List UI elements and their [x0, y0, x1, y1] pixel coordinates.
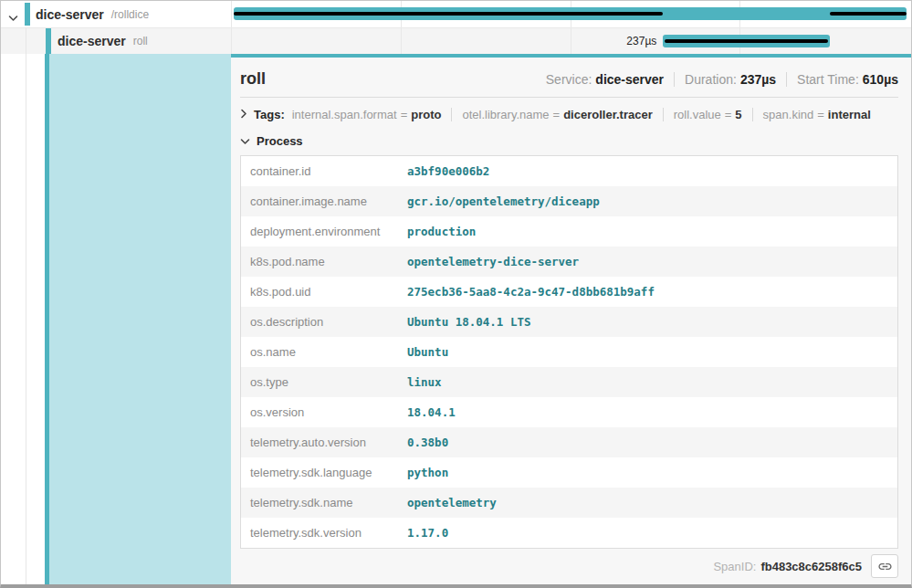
process-value: 18.04.1: [407, 405, 456, 419]
process-key: telemetry.sdk.name: [241, 496, 407, 509]
span-detail-header: roll Service:dice-server Duration:237µs …: [231, 58, 911, 97]
span-bar-roll[interactable]: [663, 35, 830, 47]
timeline-tick: [231, 28, 232, 54]
span-bar-rolldice[interactable]: [234, 7, 907, 20]
process-key: container.id: [241, 164, 407, 178]
spanid-label: SpanID:: [713, 560, 756, 573]
process-key: telemetry.auto.version: [241, 436, 407, 449]
copy-span-link-button[interactable]: [871, 554, 898, 578]
process-key: os.type: [241, 375, 407, 389]
process-value: opentelemetry-dice-server: [407, 255, 579, 268]
span-operation-name: roll: [133, 35, 148, 47]
table-row: telemetry.sdk.languagepython: [241, 457, 897, 488]
process-value: Ubuntu 18.04.1 LTS: [407, 315, 530, 329]
span-operation-name: /rolldice: [111, 8, 149, 21]
table-row: k8s.pod.uid275ecb36-5aa8-4c2a-9c47-d8bb6…: [241, 277, 897, 307]
bar-stripe: [665, 39, 828, 43]
span-tree-cell-rolldice[interactable]: dice-server /rolldice: [1, 1, 231, 27]
process-table: container.ida3bf90e006b2container.image.…: [240, 155, 898, 549]
process-value: 0.38b0: [407, 436, 448, 449]
tag-item: span.kind=internal: [752, 108, 881, 121]
process-key: os.version: [241, 405, 407, 419]
tag-summary-list: internal.span.format=protootel.library.n…: [292, 108, 881, 121]
link-icon: [877, 559, 893, 574]
process-key: telemetry.sdk.version: [241, 526, 407, 540]
span-timeline-cell: [231, 1, 909, 27]
process-value: opentelemetry: [407, 496, 497, 509]
tag-item: roll.value=5: [663, 108, 752, 121]
span-detail-footer: SpanID: fb483c8c6258f6c5: [231, 549, 911, 583]
trace-detail-page: dice-server /rolldice dice-server roll 2…: [0, 0, 912, 588]
bar-stripe: [830, 12, 907, 16]
table-row: telemetry.auto.version0.38b0: [241, 427, 897, 457]
process-key: k8s.pod.name: [241, 255, 407, 268]
tag-item: internal.span.format=proto: [292, 108, 452, 121]
process-key: deployment.environment: [241, 225, 407, 238]
indent-guide: [26, 28, 26, 54]
indent-guide: [26, 54, 26, 584]
process-value: python: [407, 466, 448, 479]
selected-span-highlight: [49, 54, 231, 584]
span-title: roll: [240, 69, 266, 89]
process-accordian-header[interactable]: Process: [231, 128, 911, 154]
chevron-down-icon[interactable]: [8, 9, 18, 26]
overview-duration: Duration:237µs: [674, 72, 786, 87]
table-row: container.image.namegcr.io/opentelemetry…: [241, 186, 897, 216]
table-row: os.version18.04.1: [241, 397, 897, 427]
span-detail-panel: roll Service:dice-server Duration:237µs …: [231, 54, 911, 584]
process-key: container.image.name: [241, 194, 407, 208]
span-tree-cell-roll[interactable]: dice-server roll: [1, 28, 231, 54]
table-row: container.ida3bf90e006b2: [241, 156, 897, 186]
span-row-roll[interactable]: dice-server roll 237µs: [1, 27, 911, 54]
span-tree-gutter: [1, 54, 231, 584]
span-row-rolldice[interactable]: dice-server /rolldice: [1, 1, 911, 27]
process-value: 1.17.0: [407, 526, 448, 540]
process-value: Ubuntu: [407, 345, 448, 359]
process-key: telemetry.sdk.language: [241, 466, 407, 479]
process-value: linux: [407, 375, 442, 389]
span-service-name: dice-server: [36, 7, 104, 22]
table-row: os.nameUbuntu: [241, 337, 897, 367]
process-label: Process: [257, 134, 303, 148]
process-key: k8s.pod.uid: [241, 285, 407, 299]
table-row: telemetry.sdk.version1.17.0: [241, 518, 897, 548]
overview-start-time: Start Time:610µs: [786, 72, 898, 87]
span-duration-label: 237µs: [626, 35, 656, 47]
table-row: os.descriptionUbuntu 18.04.1 LTS: [241, 307, 897, 337]
chevron-right-icon: [240, 108, 247, 121]
process-value: a3bf90e006b2: [407, 164, 489, 178]
table-row: deployment.environmentproduction: [241, 216, 897, 247]
bar-stripe: [234, 12, 663, 16]
span-overview: Service:dice-server Duration:237µs Start…: [536, 72, 898, 87]
process-value: 275ecb36-5aa8-4c2a-9c47-d8bb681b9aff: [407, 285, 655, 299]
span-service-name: dice-server: [58, 34, 126, 48]
tags-label: Tags:: [254, 108, 285, 121]
chevron-down-icon: [240, 134, 250, 148]
overview-service: Service:dice-server: [536, 72, 674, 87]
table-row: telemetry.sdk.nameopentelemetry: [241, 488, 897, 518]
process-value: production: [407, 225, 476, 238]
process-key: os.name: [241, 345, 407, 359]
tag-item: otel.library.name=diceroller.tracer: [451, 108, 662, 121]
timeline-tick: [571, 28, 571, 54]
table-row: os.typelinux: [241, 367, 897, 397]
process-value: gcr.io/opentelemetry/diceapp: [407, 194, 600, 208]
tags-accordian-header[interactable]: Tags: internal.span.format=protootel.lib…: [231, 98, 911, 128]
timeline-tick: [401, 28, 402, 54]
spanid-value: fb483c8c6258f6c5: [760, 560, 862, 573]
service-color-bar: [46, 28, 51, 54]
table-row: k8s.pod.nameopentelemetry-dice-server: [241, 247, 897, 277]
span-timeline-cell: 237µs: [231, 28, 909, 54]
timeline-tick: [231, 1, 232, 27]
service-color-bar: [25, 3, 30, 26]
process-key: os.description: [241, 315, 407, 329]
